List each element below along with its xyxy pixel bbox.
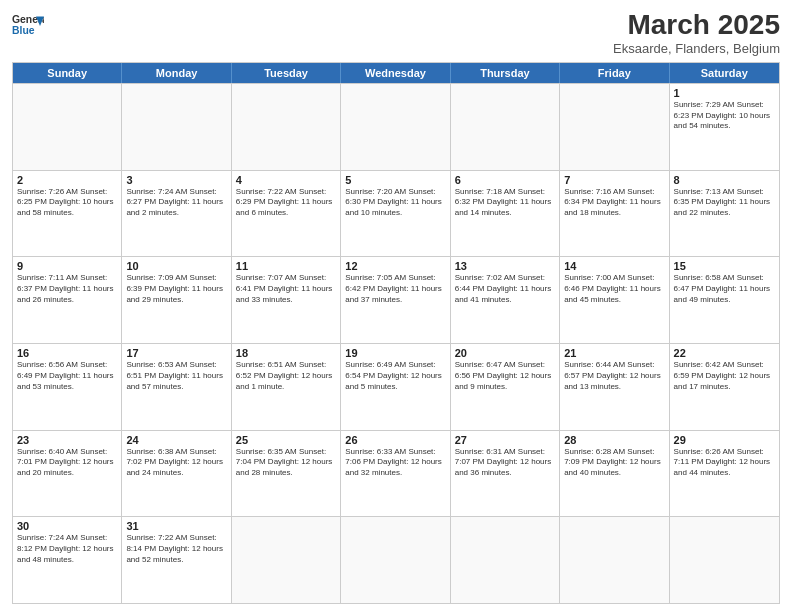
day-number: 20	[455, 347, 555, 359]
day-number: 11	[236, 260, 336, 272]
calendar-cell-day-7: 7Sunrise: 7:16 AM Sunset: 6:34 PM Daylig…	[560, 171, 669, 257]
calendar-cell-empty	[560, 84, 669, 170]
calendar-row-0: 1Sunrise: 7:29 AM Sunset: 6:23 PM Daylig…	[13, 83, 779, 170]
day-info: Sunrise: 7:26 AM Sunset: 6:25 PM Dayligh…	[17, 187, 117, 219]
day-number: 7	[564, 174, 664, 186]
calendar-cell-day-23: 23Sunrise: 6:40 AM Sunset: 7:01 PM Dayli…	[13, 431, 122, 517]
calendar-cell-empty	[232, 517, 341, 603]
day-info: Sunrise: 6:51 AM Sunset: 6:52 PM Dayligh…	[236, 360, 336, 392]
calendar-cell-day-25: 25Sunrise: 6:35 AM Sunset: 7:04 PM Dayli…	[232, 431, 341, 517]
calendar-cell-empty	[341, 517, 450, 603]
calendar-cell-day-31: 31Sunrise: 7:22 AM Sunset: 8:14 PM Dayli…	[122, 517, 231, 603]
svg-text:Blue: Blue	[12, 25, 35, 36]
calendar-cell-day-22: 22Sunrise: 6:42 AM Sunset: 6:59 PM Dayli…	[670, 344, 779, 430]
day-info: Sunrise: 7:24 AM Sunset: 6:27 PM Dayligh…	[126, 187, 226, 219]
calendar-cell-empty	[232, 84, 341, 170]
weekday-header-monday: Monday	[122, 63, 231, 83]
day-number: 5	[345, 174, 445, 186]
calendar-cell-day-16: 16Sunrise: 6:56 AM Sunset: 6:49 PM Dayli…	[13, 344, 122, 430]
day-info: Sunrise: 7:02 AM Sunset: 6:44 PM Dayligh…	[455, 273, 555, 305]
calendar-page: General Blue March 2025 Eksaarde, Flande…	[0, 0, 792, 612]
calendar-cell-day-12: 12Sunrise: 7:05 AM Sunset: 6:42 PM Dayli…	[341, 257, 450, 343]
day-number: 15	[674, 260, 775, 272]
calendar-row-2: 9Sunrise: 7:11 AM Sunset: 6:37 PM Daylig…	[13, 256, 779, 343]
calendar-row-3: 16Sunrise: 6:56 AM Sunset: 6:49 PM Dayli…	[13, 343, 779, 430]
day-number: 4	[236, 174, 336, 186]
calendar-row-5: 30Sunrise: 7:24 AM Sunset: 8:12 PM Dayli…	[13, 516, 779, 603]
day-info: Sunrise: 6:49 AM Sunset: 6:54 PM Dayligh…	[345, 360, 445, 392]
location-subtitle: Eksaarde, Flanders, Belgium	[613, 41, 780, 56]
day-number: 21	[564, 347, 664, 359]
calendar-row-4: 23Sunrise: 6:40 AM Sunset: 7:01 PM Dayli…	[13, 430, 779, 517]
day-number: 2	[17, 174, 117, 186]
day-number: 13	[455, 260, 555, 272]
day-info: Sunrise: 7:29 AM Sunset: 6:23 PM Dayligh…	[674, 100, 775, 132]
month-year-title: March 2025	[613, 10, 780, 41]
day-number: 14	[564, 260, 664, 272]
calendar-cell-day-9: 9Sunrise: 7:11 AM Sunset: 6:37 PM Daylig…	[13, 257, 122, 343]
day-number: 26	[345, 434, 445, 446]
day-number: 24	[126, 434, 226, 446]
day-number: 28	[564, 434, 664, 446]
day-info: Sunrise: 7:22 AM Sunset: 8:14 PM Dayligh…	[126, 533, 226, 565]
calendar-cell-empty	[451, 517, 560, 603]
calendar-cell-empty	[122, 84, 231, 170]
day-info: Sunrise: 6:58 AM Sunset: 6:47 PM Dayligh…	[674, 273, 775, 305]
day-info: Sunrise: 6:42 AM Sunset: 6:59 PM Dayligh…	[674, 360, 775, 392]
calendar-cell-empty	[560, 517, 669, 603]
day-number: 31	[126, 520, 226, 532]
title-block: March 2025 Eksaarde, Flanders, Belgium	[613, 10, 780, 56]
calendar-cell-day-11: 11Sunrise: 7:07 AM Sunset: 6:41 PM Dayli…	[232, 257, 341, 343]
day-info: Sunrise: 6:38 AM Sunset: 7:02 PM Dayligh…	[126, 447, 226, 479]
header: General Blue March 2025 Eksaarde, Flande…	[12, 10, 780, 56]
calendar-header: SundayMondayTuesdayWednesdayThursdayFrid…	[13, 63, 779, 83]
day-info: Sunrise: 7:00 AM Sunset: 6:46 PM Dayligh…	[564, 273, 664, 305]
day-number: 6	[455, 174, 555, 186]
calendar-cell-day-18: 18Sunrise: 6:51 AM Sunset: 6:52 PM Dayli…	[232, 344, 341, 430]
day-info: Sunrise: 6:35 AM Sunset: 7:04 PM Dayligh…	[236, 447, 336, 479]
weekday-header-tuesday: Tuesday	[232, 63, 341, 83]
calendar-cell-day-14: 14Sunrise: 7:00 AM Sunset: 6:46 PM Dayli…	[560, 257, 669, 343]
calendar-cell-day-30: 30Sunrise: 7:24 AM Sunset: 8:12 PM Dayli…	[13, 517, 122, 603]
calendar-row-1: 2Sunrise: 7:26 AM Sunset: 6:25 PM Daylig…	[13, 170, 779, 257]
day-number: 9	[17, 260, 117, 272]
day-number: 1	[674, 87, 775, 99]
day-info: Sunrise: 6:47 AM Sunset: 6:56 PM Dayligh…	[455, 360, 555, 392]
calendar-cell-empty	[670, 517, 779, 603]
day-number: 17	[126, 347, 226, 359]
calendar-cell-day-6: 6Sunrise: 7:18 AM Sunset: 6:32 PM Daylig…	[451, 171, 560, 257]
day-info: Sunrise: 7:18 AM Sunset: 6:32 PM Dayligh…	[455, 187, 555, 219]
day-number: 22	[674, 347, 775, 359]
day-info: Sunrise: 6:31 AM Sunset: 7:07 PM Dayligh…	[455, 447, 555, 479]
day-number: 25	[236, 434, 336, 446]
day-number: 27	[455, 434, 555, 446]
calendar-cell-day-19: 19Sunrise: 6:49 AM Sunset: 6:54 PM Dayli…	[341, 344, 450, 430]
day-info: Sunrise: 6:56 AM Sunset: 6:49 PM Dayligh…	[17, 360, 117, 392]
day-info: Sunrise: 7:09 AM Sunset: 6:39 PM Dayligh…	[126, 273, 226, 305]
day-number: 18	[236, 347, 336, 359]
calendar-cell-day-27: 27Sunrise: 6:31 AM Sunset: 7:07 PM Dayli…	[451, 431, 560, 517]
calendar-cell-day-28: 28Sunrise: 6:28 AM Sunset: 7:09 PM Dayli…	[560, 431, 669, 517]
calendar-cell-day-15: 15Sunrise: 6:58 AM Sunset: 6:47 PM Dayli…	[670, 257, 779, 343]
day-info: Sunrise: 7:22 AM Sunset: 6:29 PM Dayligh…	[236, 187, 336, 219]
day-info: Sunrise: 7:13 AM Sunset: 6:35 PM Dayligh…	[674, 187, 775, 219]
day-number: 30	[17, 520, 117, 532]
weekday-header-friday: Friday	[560, 63, 669, 83]
day-number: 29	[674, 434, 775, 446]
day-info: Sunrise: 7:05 AM Sunset: 6:42 PM Dayligh…	[345, 273, 445, 305]
calendar-cell-day-2: 2Sunrise: 7:26 AM Sunset: 6:25 PM Daylig…	[13, 171, 122, 257]
day-info: Sunrise: 6:26 AM Sunset: 7:11 PM Dayligh…	[674, 447, 775, 479]
day-info: Sunrise: 7:07 AM Sunset: 6:41 PM Dayligh…	[236, 273, 336, 305]
day-number: 3	[126, 174, 226, 186]
day-number: 23	[17, 434, 117, 446]
calendar-cell-day-10: 10Sunrise: 7:09 AM Sunset: 6:39 PM Dayli…	[122, 257, 231, 343]
day-info: Sunrise: 6:28 AM Sunset: 7:09 PM Dayligh…	[564, 447, 664, 479]
day-info: Sunrise: 6:53 AM Sunset: 6:51 PM Dayligh…	[126, 360, 226, 392]
calendar-cell-day-3: 3Sunrise: 7:24 AM Sunset: 6:27 PM Daylig…	[122, 171, 231, 257]
calendar-cell-day-17: 17Sunrise: 6:53 AM Sunset: 6:51 PM Dayli…	[122, 344, 231, 430]
calendar-cell-day-29: 29Sunrise: 6:26 AM Sunset: 7:11 PM Dayli…	[670, 431, 779, 517]
calendar-cell-empty	[451, 84, 560, 170]
day-info: Sunrise: 6:33 AM Sunset: 7:06 PM Dayligh…	[345, 447, 445, 479]
weekday-header-saturday: Saturday	[670, 63, 779, 83]
calendar-cell-day-5: 5Sunrise: 7:20 AM Sunset: 6:30 PM Daylig…	[341, 171, 450, 257]
